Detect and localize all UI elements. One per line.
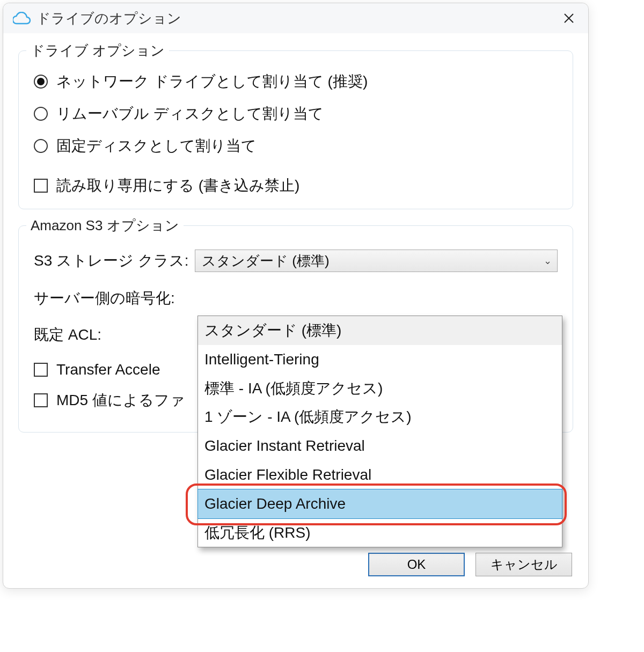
dropdown-item[interactable]: 1 ゾーン - IA (低頻度アクセス) xyxy=(198,402,562,431)
dropdown-item[interactable]: Intelligent-Tiering xyxy=(198,345,562,374)
checkbox-label: 読み取り専用にする (書き込み禁止) xyxy=(56,175,299,196)
radio-icon xyxy=(34,75,48,89)
dropdown-item[interactable]: Glacier Instant Retrieval xyxy=(198,431,562,460)
radio-label: ネットワーク ドライブとして割り当て (推奨) xyxy=(56,71,368,92)
cloud-icon xyxy=(13,12,31,25)
storage-class-dropdown: スタンダード (標準)Intelligent-Tiering標準 - IA (低… xyxy=(197,316,562,547)
checkbox-icon xyxy=(34,179,48,193)
radio-icon xyxy=(34,139,48,153)
radio-removable-disk[interactable]: リムーバブル ディスクとして割り当て xyxy=(34,104,558,124)
button-label: キャンセル xyxy=(491,556,558,573)
close-button[interactable] xyxy=(558,8,580,29)
radio-icon xyxy=(34,107,48,121)
checkbox-readonly[interactable]: 読み取り専用にする (書き込み禁止) xyxy=(34,175,558,196)
s3-options-legend: Amazon S3 オプション xyxy=(26,216,184,235)
radio-label: リムーバブル ディスクとして割り当て xyxy=(56,104,324,124)
checkbox-label: Transfer Accele xyxy=(56,361,160,378)
encryption-label: サーバー側の暗号化: xyxy=(34,288,195,309)
radio-network-drive[interactable]: ネットワーク ドライブとして割り当て (推奨) xyxy=(34,71,558,92)
radio-label: 固定ディスクとして割り当て xyxy=(56,136,257,156)
acl-label: 既定 ACL: xyxy=(34,325,195,345)
checkbox-label: MD5 値によるファ xyxy=(56,390,185,411)
storage-class-combo[interactable]: スタンダード (標準) ⌄ xyxy=(195,250,558,272)
cancel-button[interactable]: キャンセル xyxy=(475,553,572,576)
dropdown-item[interactable]: Glacier Deep Archive xyxy=(197,489,562,519)
combo-value: スタンダード (標準) xyxy=(202,252,330,270)
drive-options-legend: ドライブ オプション xyxy=(26,41,169,60)
checkbox-icon xyxy=(34,393,48,407)
checkbox-icon xyxy=(34,363,48,377)
titlebar: ドライブのオプション xyxy=(3,3,588,33)
dialog-title: ドライブのオプション xyxy=(36,9,181,28)
dropdown-item[interactable]: スタンダード (標準) xyxy=(198,316,562,345)
drive-options-group: ドライブ オプション ネットワーク ドライブとして割り当て (推奨) リムーバブ… xyxy=(18,50,573,209)
dropdown-item[interactable]: Glacier Flexible Retrieval xyxy=(198,460,562,489)
radio-fixed-disk[interactable]: 固定ディスクとして割り当て xyxy=(34,136,558,156)
dropdown-item[interactable]: 標準 - IA (低頻度アクセス) xyxy=(198,374,562,403)
dropdown-item[interactable]: 低冗長化 (RRS) xyxy=(198,518,562,547)
storage-class-label: S3 ストレージ クラス: xyxy=(34,251,195,271)
button-label: OK xyxy=(407,557,426,572)
chevron-down-icon: ⌄ xyxy=(544,255,552,267)
drive-options-dialog: ドライブのオプション ドライブ オプション ネットワーク ドライブとして割り当て… xyxy=(3,3,589,589)
ok-button[interactable]: OK xyxy=(368,553,465,576)
